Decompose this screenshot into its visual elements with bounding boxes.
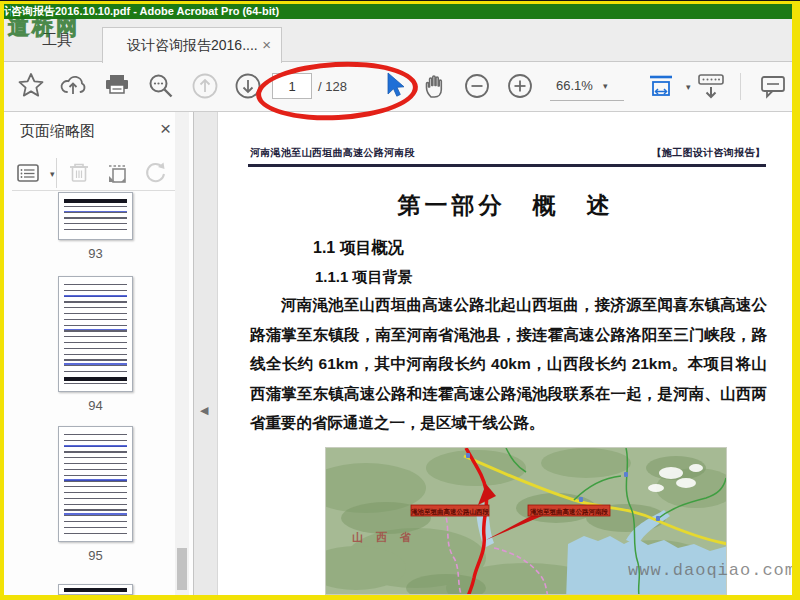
zoom-level-value: 66.1%	[556, 78, 593, 93]
thumbnail-page-93[interactable]	[58, 192, 133, 240]
acrobat-window: 计咨询报告2016.10.10.pdf - Adobe Acrobat Pro …	[0, 0, 800, 600]
running-header-left: 河南渑池至山西垣曲高速公路河南段	[250, 146, 415, 160]
zoom-level-dropdown[interactable]: 66.1% ▾	[550, 71, 624, 101]
thumbnail-page-94[interactable]	[58, 276, 133, 392]
zoom-out-button[interactable]	[460, 69, 494, 103]
rotate-left-button	[138, 156, 172, 190]
share-button[interactable]	[56, 69, 90, 103]
toolbar-separator	[740, 73, 741, 100]
thumbnail-footer-bar	[64, 377, 127, 381]
document-page: 河南渑池至山西垣曲高速公路河南段 【施工图设计咨询报告】 第一部分 概 述 1.…	[219, 112, 792, 595]
panel-options-button[interactable]	[12, 156, 46, 190]
thumbnail-heading-bar	[64, 199, 127, 203]
hand-tool-button[interactable]	[418, 69, 452, 103]
delete-pages-button	[62, 156, 96, 190]
thumbnail-label-95: 95	[58, 548, 133, 563]
map-label-shanxi: 渑池至垣曲高速公路山西段	[410, 505, 490, 516]
hide-toolbar-button[interactable]	[694, 69, 728, 103]
fit-width-button[interactable]	[644, 69, 678, 103]
chevron-down-icon: ▾	[603, 81, 608, 91]
print-button[interactable]	[100, 69, 134, 103]
tab-bar: 工具 设计咨询报告2016.... ×	[4, 19, 792, 62]
star-icon	[16, 71, 46, 101]
trash-icon	[65, 159, 93, 187]
previous-page-button	[188, 69, 222, 103]
panel-scrollbar-thumb[interactable]	[177, 548, 187, 590]
part-title: 第一部分 概 述	[219, 190, 792, 221]
panel-collapse-strip[interactable]: ◀	[194, 112, 218, 595]
running-header-right: 【施工图设计咨询报告】	[652, 146, 765, 160]
tab-document[interactable]: 设计咨询报告2016.... ×	[102, 27, 282, 63]
share-cloud-icon	[58, 71, 88, 101]
header-rule	[248, 164, 766, 167]
panel-close-icon[interactable]: ×	[160, 118, 171, 140]
printer-icon	[102, 71, 132, 101]
extract-pages-button[interactable]	[102, 156, 136, 190]
favorites-star-button[interactable]	[14, 69, 48, 103]
thumbnail-page-96-partial[interactable]	[58, 584, 133, 595]
zoom-in-button[interactable]	[503, 69, 537, 103]
thumbnail-page-95[interactable]	[58, 426, 133, 542]
hand-icon	[420, 71, 450, 101]
comment-button[interactable]	[756, 69, 790, 103]
frame-border-bottom	[0, 595, 800, 600]
search-button[interactable]	[144, 69, 178, 103]
svg-text:渑池至垣曲高速公路河南段: 渑池至垣曲高速公路河南段	[529, 508, 609, 516]
frame-border-left	[0, 0, 4, 600]
thumbnail-content	[64, 281, 127, 387]
hide-toolbar-icon	[696, 71, 726, 101]
watermark-corner: 道桥网	[8, 13, 80, 41]
panel-options-icon	[16, 159, 42, 187]
thumbnail-label-93: 93	[58, 246, 133, 261]
main-toolbar: 1 / 128	[4, 62, 792, 112]
section-heading: 1.1 项目概况	[313, 238, 404, 259]
search-icon	[146, 71, 176, 101]
rotate-left-icon	[141, 159, 169, 187]
page-up-icon	[190, 71, 220, 101]
frame-border-right	[792, 0, 800, 600]
zoom-in-icon	[505, 71, 535, 101]
collapse-panel-icon[interactable]: ◀	[200, 404, 208, 417]
body-paragraph: 河南渑池至山西垣曲高速公路北起山西垣曲，接济源至闻喜东镇高速公路蒲掌至东镇段，南…	[250, 290, 767, 438]
thumbnail-label-94: 94	[58, 398, 133, 413]
thumbnails-panel: 页面缩略图 × ▾	[4, 112, 193, 595]
panel-toolbar-separator	[56, 158, 57, 188]
panel-options-chevron-icon[interactable]: ▾	[50, 169, 55, 179]
panel-divider	[12, 190, 186, 191]
title-bar: 计咨询报告2016.10.10.pdf - Adobe Acrobat Pro …	[4, 4, 792, 19]
svg-text:渑池至垣曲高速公路山西段: 渑池至垣曲高速公路山西段	[410, 508, 490, 516]
tab-close-icon[interactable]: ×	[262, 35, 271, 55]
panel-title: 页面缩略图	[20, 122, 95, 141]
panel-scrollbar[interactable]	[175, 112, 189, 595]
thumbnail-heading-bar	[64, 588, 127, 592]
fit-width-chevron-icon[interactable]: ▾	[686, 82, 691, 92]
thumbnail-content	[64, 431, 127, 537]
fit-width-icon	[646, 71, 676, 101]
map-label-henan: 渑池至垣曲高速公路河南段	[528, 505, 610, 516]
frame-border-top	[0, 0, 800, 4]
province-name-label: 山 西 省	[352, 531, 416, 543]
extract-page-icon	[105, 159, 133, 187]
comment-icon	[758, 71, 788, 101]
zoom-out-icon	[462, 71, 492, 101]
subsection-heading: 1.1.1 项目背景	[315, 268, 413, 287]
tab-document-label: 设计咨询报告2016....	[127, 37, 258, 55]
watermark-site: www.daoqiao.com	[628, 561, 796, 580]
